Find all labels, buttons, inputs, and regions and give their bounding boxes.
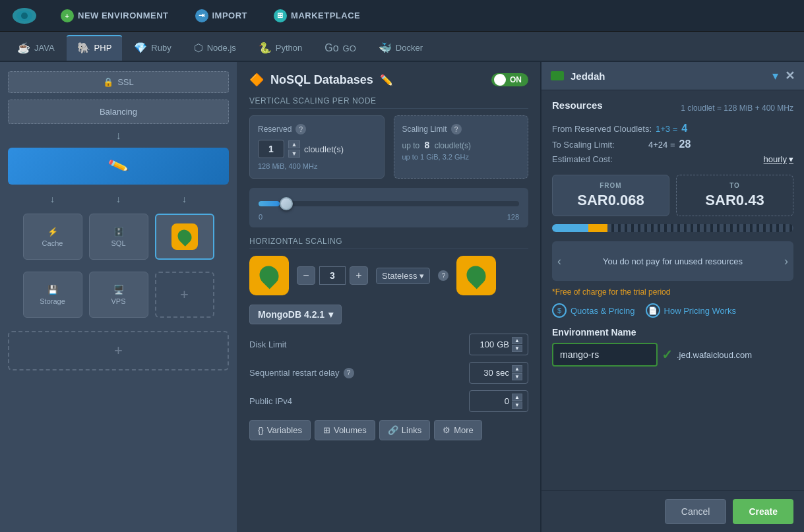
scaling-limit-help-icon[interactable]: ? — [451, 124, 462, 134]
tab-php[interactable]: 🐘 PHP — [67, 35, 123, 61]
restart-delay-stepper[interactable]: ▲ ▼ — [512, 365, 522, 380]
to-scaling-row: To Scaling Limit: 4+24 = 28 — [552, 138, 793, 150]
add-node-button[interactable]: + — [155, 272, 214, 318]
decrease-count-button[interactable]: − — [297, 266, 315, 285]
create-button[interactable]: Create — [733, 499, 793, 524]
note-carousel: ‹ You do not pay for unused resources › — [552, 241, 793, 281]
right-panel-content: Resources 1 cloudlet = 128 MiB + 400 MHz… — [541, 90, 804, 490]
carousel-prev-button[interactable]: ‹ — [557, 254, 561, 268]
tab-python[interactable]: 🐍 Python — [248, 36, 313, 61]
version-row: MongoDB 4.2.1 ▾ — [249, 305, 528, 324]
node-icon-right[interactable] — [456, 256, 496, 295]
reserved-label: Reserved ? — [258, 124, 376, 134]
cancel-button[interactable]: Cancel — [665, 499, 727, 524]
restart-delay-help-icon[interactable]: ? — [344, 368, 354, 378]
volumes-button[interactable]: ⊞ Volumes — [315, 420, 375, 440]
right-panel: Jeddah ▾ ✕ Resources 1 cloudlet = 128 Mi… — [540, 62, 804, 532]
slider-max: 128 — [507, 213, 519, 221]
cost-boxes: FROM SAR0.068 TO SAR0.43 — [552, 175, 793, 216]
disk-limit-up-arrow[interactable]: ▲ — [512, 337, 522, 344]
arrow-down-1: ↓ — [8, 131, 229, 141]
slider-labels: 0 128 — [259, 213, 519, 221]
to-cost-box: TO SAR0.43 — [676, 175, 793, 216]
progress-fill-blue — [552, 224, 588, 232]
slider-handle[interactable] — [280, 197, 293, 210]
new-environment-button[interactable]: + NEW ENVIRONMENT — [54, 5, 175, 26]
ssl-button[interactable]: 🔒 SSL — [8, 71, 229, 93]
toggle-button[interactable]: ON — [491, 73, 528, 86]
stateless-dropdown[interactable]: Stateless ▾ — [376, 268, 430, 284]
volumes-icon: ⊞ — [323, 425, 330, 435]
java-icon: ☕ — [17, 42, 30, 54]
reserved-down-arrow[interactable]: ▼ — [288, 150, 300, 158]
pencil-icon: ✏️ — [107, 155, 129, 177]
public-ipv4-stepper[interactable]: ▲ ▼ — [512, 394, 522, 409]
panel-title: NoSQL Databases — [270, 73, 373, 87]
estimated-cost-label: Estimated Cost: — [552, 154, 613, 164]
edit-icon[interactable]: ✏️ — [380, 74, 393, 86]
disk-limit-down-arrow[interactable]: ▼ — [512, 345, 522, 352]
sql-node[interactable]: 🗄️ SQL — [89, 214, 148, 260]
tab-ruby[interactable]: 💎 Ruby — [123, 36, 181, 61]
storage-node[interactable]: 💾 Storage — [23, 272, 82, 318]
restart-delay-row: Sequential restart delay ? 30 sec ▲ ▼ — [249, 362, 528, 384]
env-name-input[interactable] — [552, 343, 658, 367]
cache-node[interactable]: ⚡ Cache — [23, 214, 82, 260]
resources-title: Resources — [552, 100, 603, 111]
carousel-next-button[interactable]: › — [784, 254, 788, 268]
region-dropdown-button[interactable]: ▾ — [772, 69, 778, 83]
env-domain: .jed.wafaicloud.com — [677, 350, 752, 360]
quotas-pricing-link[interactable]: $ Quotas & Pricing — [552, 303, 635, 318]
reserved-up-arrow[interactable]: ▲ — [288, 140, 300, 148]
from-cost-value: SAR0.068 — [562, 192, 660, 209]
stateless-dropdown-icon: ▾ — [419, 271, 424, 281]
horizontal-scaling-section: Horizontal Scaling − 3 + Stateless ▾ ? — [249, 237, 528, 295]
storage-row: 💾 Storage 🖥️ VPS + — [8, 272, 229, 318]
more-button[interactable]: ⚙ More — [434, 420, 482, 440]
tab-nodejs[interactable]: ⬡ Node.js — [183, 36, 247, 61]
ruby-icon: 💎 — [134, 42, 147, 54]
sql-icon: 🗄️ — [113, 227, 124, 237]
import-button[interactable]: ⇥ IMPORT — [189, 5, 255, 26]
version-dropdown-icon: ▾ — [328, 309, 333, 320]
hourly-dropdown[interactable]: hourly ▾ — [764, 154, 793, 164]
reserved-value: 1 — [258, 140, 284, 158]
up-to-text: up to 8 cloudlet(s) — [402, 140, 520, 150]
from-cost-box: FROM SAR0.068 — [552, 175, 669, 216]
variables-icon: {} — [258, 425, 264, 435]
main-area: 🔒 SSL Balancing ↓ ✏️ ↓ ↓ ↓ ⚡ Cache 🗄️ SQ… — [0, 62, 804, 532]
node-icon-left[interactable] — [249, 256, 289, 295]
disk-limit-value: 100 GB ▲ ▼ — [469, 334, 528, 355]
version-select[interactable]: MongoDB 4.2.1 ▾ — [249, 305, 342, 324]
tab-java[interactable]: ☕ JAVA — [7, 36, 65, 61]
nosql-node[interactable] — [155, 214, 214, 260]
scaling-grid: Reserved ? 1 ▲ ▼ cloudlet(s) 128 MiB, 40… — [249, 115, 528, 179]
variables-button[interactable]: {} Variables — [249, 420, 311, 440]
blue-node[interactable]: ✏️ — [8, 148, 229, 185]
env-name-row: ✓ .jed.wafaicloud.com — [552, 343, 793, 367]
vps-node[interactable]: 🖥️ VPS — [89, 272, 148, 318]
balancing-node[interactable]: Balancing — [8, 100, 229, 124]
tab-docker[interactable]: 🐳 Docker — [368, 36, 433, 61]
close-button[interactable]: ✕ — [785, 69, 795, 83]
go-icon: Go — [325, 42, 338, 54]
stateless-help-icon[interactable]: ? — [438, 270, 448, 281]
add-bottom-button[interactable]: + — [8, 331, 229, 370]
restart-delay-down-arrow[interactable]: ▼ — [512, 373, 522, 380]
marketplace-button[interactable]: ⊞ MARKETPLACE — [267, 5, 367, 26]
tab-go[interactable]: Go GO — [314, 37, 367, 61]
reserved-help-icon[interactable]: ? — [295, 124, 306, 134]
reserved-unit: cloudlet(s) — [304, 144, 344, 154]
reserved-stepper[interactable]: ▲ ▼ — [288, 140, 300, 158]
public-ipv4-down-arrow[interactable]: ▼ — [512, 401, 522, 409]
links-button[interactable]: 🔗 Links — [379, 420, 430, 440]
scaling-limit-value: 8 — [425, 140, 430, 150]
increase-count-button[interactable]: + — [350, 266, 368, 285]
new-env-icon: + — [61, 9, 74, 22]
how-pricing-works-link[interactable]: 📄 How Pricing Works — [646, 303, 737, 318]
horizontal-scaling-title: Horizontal Scaling — [249, 237, 528, 249]
public-ipv4-up-arrow[interactable]: ▲ — [512, 394, 522, 401]
disk-limit-stepper[interactable]: ▲ ▼ — [512, 337, 522, 352]
restart-delay-up-arrow[interactable]: ▲ — [512, 365, 522, 372]
to-cost-label: TO — [686, 182, 784, 189]
